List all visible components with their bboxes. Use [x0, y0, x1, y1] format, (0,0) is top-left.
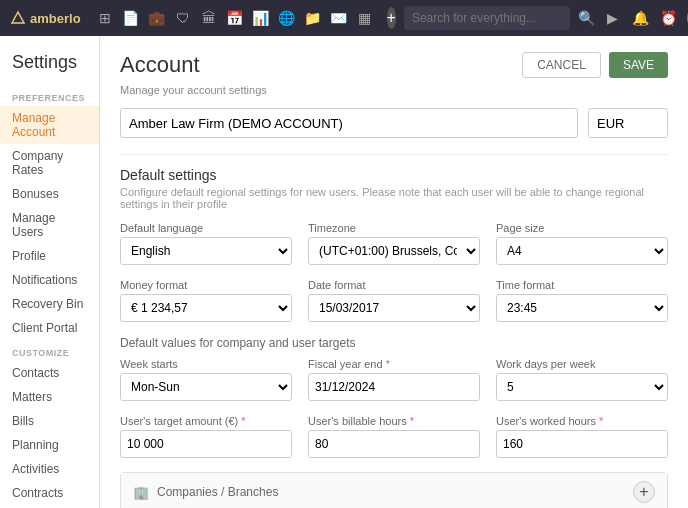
work-days-label: Work days per week [496, 358, 668, 370]
default-settings-subtitle: Configure default regional settings for … [120, 186, 668, 210]
grid-icon[interactable]: ⊞ [95, 10, 115, 26]
topnav-right: ▶ 🔔 ⏰ BP [603, 6, 688, 30]
page-subtitle: Manage your account settings [120, 84, 668, 96]
target-amount-group: User's target amount (€) * [120, 415, 292, 458]
top-navbar: amberlo ⊞ 📄 💼 🛡 🏛 📅 📊 🌐 📁 ✉️ ▦ + 🔍 ▶ 🔔 ⏰… [0, 0, 688, 36]
default-language-group: Default language English [120, 222, 292, 265]
bank-icon[interactable]: 🏛 [199, 10, 219, 26]
sidebar-item-company-rates[interactable]: Company Rates [0, 144, 99, 182]
globe-icon[interactable]: 🌐 [277, 10, 297, 26]
page-title: Account [120, 52, 200, 78]
page-size-label: Page size [496, 222, 668, 234]
divider-1 [120, 154, 668, 155]
add-button[interactable]: + [387, 7, 396, 29]
week-starts-label: Week starts [120, 358, 292, 370]
building-icon: 🏢 [133, 485, 149, 500]
fiscal-year-end-required: * [386, 358, 390, 370]
time-format-group: Time format 23:45 [496, 279, 668, 322]
save-button[interactable]: SAVE [609, 52, 668, 78]
file-icon[interactable]: 📄 [121, 10, 141, 26]
nav-icons: ⊞ 📄 💼 🛡 🏛 📅 📊 🌐 📁 ✉️ ▦ [95, 10, 375, 26]
sidebar-item-contacts[interactable]: Contacts [0, 361, 99, 385]
work-days-group: Work days per week 5 [496, 358, 668, 401]
date-format-select[interactable]: 15/03/2017 [308, 294, 480, 322]
sidebar-title: Settings [0, 46, 99, 85]
money-format-select[interactable]: € 1 234,57 [120, 294, 292, 322]
search-icon[interactable]: 🔍 [578, 10, 595, 26]
sidebar-item-contracts[interactable]: Contracts [0, 481, 99, 505]
branches-header-title: Companies / Branches [157, 485, 633, 499]
sidebar-item-manage-account[interactable]: Manage Account [0, 106, 99, 144]
targets-row2: User's target amount (€) * User's billab… [120, 415, 668, 458]
sidebar-item-bills[interactable]: Bills [0, 409, 99, 433]
branches-section: 🏢 Companies / Branches + (London Branch)… [120, 472, 668, 508]
date-format-label: Date format [308, 279, 480, 291]
add-branch-button[interactable]: + [633, 481, 655, 503]
sidebar-item-notifications[interactable]: Notifications [0, 268, 99, 292]
clock-icon[interactable]: ⏰ [659, 10, 679, 26]
timezone-label: Timezone [308, 222, 480, 234]
timezone-select[interactable]: (UTC+01:00) Brussels, Copenhagen, Madrid… [308, 237, 480, 265]
fiscal-year-end-input[interactable] [308, 373, 480, 401]
cancel-button[interactable]: CANCEL [522, 52, 601, 78]
currency-input[interactable] [588, 108, 668, 138]
worked-hours-group: User's worked hours * [496, 415, 668, 458]
search-input[interactable] [404, 6, 570, 30]
time-format-label: Time format [496, 279, 668, 291]
app-logo[interactable]: amberlo [10, 10, 81, 26]
sidebar-item-matters[interactable]: Matters [0, 385, 99, 409]
logo-icon [10, 10, 26, 26]
page-size-group: Page size A4 [496, 222, 668, 265]
default-language-label: Default language [120, 222, 292, 234]
billable-hours-input[interactable] [308, 430, 480, 458]
targets-row1: Week starts Mon-Sun Fiscal year end * Wo… [120, 358, 668, 401]
default-settings-row2: Money format € 1 234,57 Date format 15/0… [120, 279, 668, 322]
money-format-label: Money format [120, 279, 292, 291]
work-days-select[interactable]: 5 [496, 373, 668, 401]
target-amount-input[interactable] [120, 430, 292, 458]
briefcase-icon[interactable]: 💼 [147, 10, 167, 26]
page-size-select[interactable]: A4 [496, 237, 668, 265]
timezone-group: Timezone (UTC+01:00) Brussels, Copenhage… [308, 222, 480, 265]
sidebar: Settings PREFERENCES Manage Account Comp… [0, 36, 100, 508]
play-icon[interactable]: ▶ [603, 10, 623, 26]
sidebar-item-manage-users[interactable]: Manage Users [0, 206, 99, 244]
sidebar-item-planning[interactable]: Planning [0, 433, 99, 457]
sidebar-section-customize: CUSTOMIZE [0, 340, 99, 361]
worked-hours-label: User's worked hours * [496, 415, 668, 427]
svg-marker-0 [12, 12, 24, 23]
main-layout: Settings PREFERENCES Manage Account Comp… [0, 36, 688, 508]
date-format-group: Date format 15/03/2017 [308, 279, 480, 322]
time-format-select[interactable]: 23:45 [496, 294, 668, 322]
billable-hours-group: User's billable hours * [308, 415, 480, 458]
mail-icon[interactable]: ✉️ [329, 10, 349, 26]
default-targets-subtitle: Default values for company and user targ… [120, 336, 668, 350]
folder-icon[interactable]: 📁 [303, 10, 323, 26]
fiscal-year-end-label: Fiscal year end * [308, 358, 480, 370]
sidebar-item-profile[interactable]: Profile [0, 244, 99, 268]
fiscal-year-end-group: Fiscal year end * [308, 358, 480, 401]
default-settings-row1: Default language English Timezone (UTC+0… [120, 222, 668, 265]
table-icon[interactable]: ▦ [355, 10, 375, 26]
default-settings-title: Default settings [120, 167, 668, 183]
shield-icon[interactable]: 🛡 [173, 10, 193, 26]
bell-icon[interactable]: 🔔 [631, 10, 651, 26]
week-starts-select[interactable]: Mon-Sun [120, 373, 292, 401]
worked-hours-input[interactable] [496, 430, 668, 458]
billable-hours-label: User's billable hours * [308, 415, 480, 427]
money-format-group: Money format € 1 234,57 [120, 279, 292, 322]
week-starts-group: Week starts Mon-Sun [120, 358, 292, 401]
main-content: Account CANCEL SAVE Manage your account … [100, 36, 688, 508]
sidebar-item-recovery-bin[interactable]: Recovery Bin [0, 292, 99, 316]
sidebar-item-activities[interactable]: Activities [0, 457, 99, 481]
sidebar-item-bonuses[interactable]: Bonuses [0, 182, 99, 206]
account-name-input[interactable] [120, 108, 578, 138]
target-amount-label: User's target amount (€) * [120, 415, 292, 427]
sidebar-item-client-portal[interactable]: Client Portal [0, 316, 99, 340]
default-language-select[interactable]: English [120, 237, 292, 265]
header-actions: CANCEL SAVE [522, 52, 668, 78]
account-name-row [120, 108, 668, 138]
page-header: Account CANCEL SAVE [120, 52, 668, 78]
calendar-icon[interactable]: 📅 [225, 10, 245, 26]
chart-icon[interactable]: 📊 [251, 10, 271, 26]
